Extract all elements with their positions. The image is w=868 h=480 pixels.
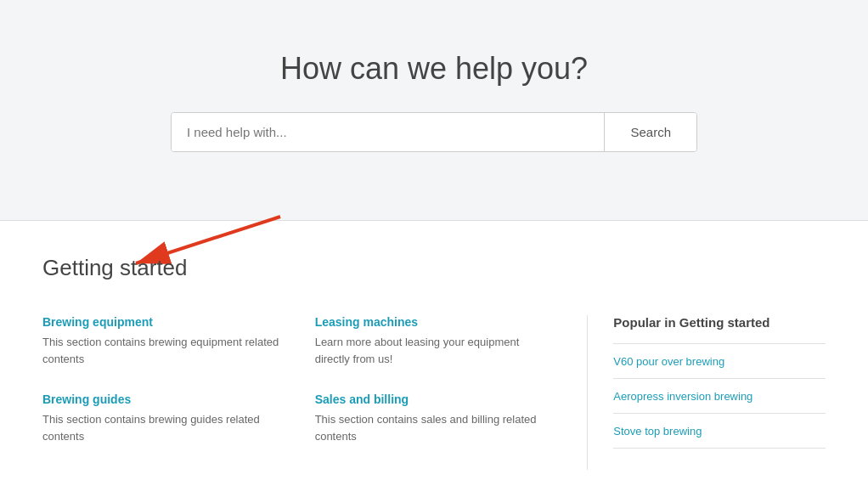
search-input[interactable] [172,113,604,151]
categories-grid: Brewing equipment This section contains … [42,315,826,470]
brewing-guides-link[interactable]: Brewing guides [42,392,281,406]
leasing-machines-link[interactable]: Leasing machines [315,315,554,329]
hero-section: How can we help you? Search [0,0,868,220]
category-brewing-equipment: Brewing equipment This section contains … [42,315,281,367]
brewing-guides-desc: This section contains brewing guides rel… [42,411,281,444]
brewing-equipment-link[interactable]: Brewing equipment [42,315,281,329]
categories-left-column: Brewing equipment This section contains … [42,315,281,470]
popular-title: Popular in Getting started [613,315,826,330]
popular-stovetop-link[interactable]: Stove top brewing [613,425,702,438]
category-leasing-machines: Leasing machines Learn more about leasin… [315,315,554,367]
sales-billing-link[interactable]: Sales and billing [315,392,554,406]
section-heading-area: Getting started [42,255,826,307]
popular-item-stovetop: Stove top brewing [613,414,826,449]
popular-aeropress-link[interactable]: Aeropress inversion brewing [613,390,752,403]
search-bar: Search [171,112,697,152]
category-brewing-guides: Brewing guides This section contains bre… [42,392,281,444]
section-title: Getting started [42,255,188,281]
popular-item-aeropress: Aeropress inversion brewing [613,379,826,414]
categories-middle-column: Leasing machines Learn more about leasin… [315,315,554,470]
popular-item-v60: V60 pour over brewing [613,343,826,379]
hero-title: How can we help you? [17,51,851,87]
search-button[interactable]: Search [604,113,696,151]
sales-billing-desc: This section contains sales and billing … [315,411,554,444]
main-content: Getting started Brewing equipment This s… [0,221,868,480]
leasing-machines-desc: Learn more about leasing your equipment … [315,334,554,367]
category-sales-billing: Sales and billing This section contains … [315,392,554,444]
popular-column: Popular in Getting started V60 pour over… [587,315,826,470]
brewing-equipment-desc: This section contains brewing equipment … [42,334,281,367]
popular-v60-link[interactable]: V60 pour over brewing [613,355,724,368]
